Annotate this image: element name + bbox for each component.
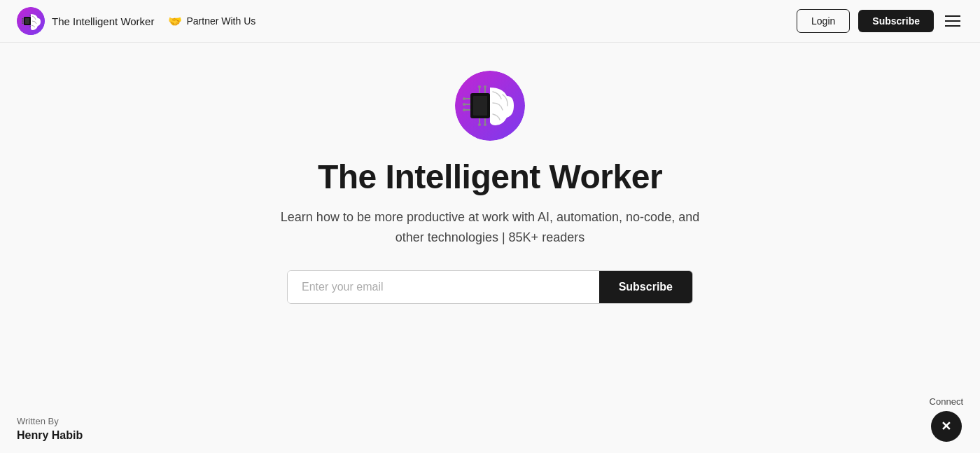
partner-label: Partner With Us bbox=[186, 15, 255, 27]
svg-point-23 bbox=[478, 85, 481, 88]
menu-line-3 bbox=[945, 25, 960, 27]
menu-line-1 bbox=[945, 15, 960, 17]
subscribe-form-button[interactable]: Subscribe bbox=[599, 271, 692, 303]
connect-area: Connect ✕ bbox=[930, 396, 963, 442]
hamburger-menu-button[interactable] bbox=[942, 13, 963, 29]
hero-subtitle: Learn how to be more productive at work … bbox=[266, 207, 714, 248]
connect-label: Connect bbox=[930, 396, 963, 407]
subscribe-form: Subscribe bbox=[287, 270, 693, 304]
brand-logo[interactable]: The Intelligent Worker bbox=[17, 7, 154, 35]
svg-point-19 bbox=[463, 103, 465, 106]
partner-emoji: 🤝 bbox=[168, 15, 182, 28]
svg-point-9 bbox=[22, 18, 23, 20]
main-content: The Intelligent Worker Learn how to be m… bbox=[0, 43, 980, 318]
svg-rect-14 bbox=[473, 96, 487, 116]
partner-link[interactable]: 🤝 Partner With Us bbox=[168, 15, 255, 28]
author-section: Written By Henry Habib bbox=[17, 416, 83, 442]
menu-line-2 bbox=[945, 20, 960, 22]
header-right: Login Subscribe bbox=[797, 9, 963, 33]
subscribe-nav-button[interactable]: Subscribe bbox=[858, 10, 934, 32]
header-left: The Intelligent Worker 🤝 Partner With Us bbox=[17, 7, 255, 35]
brand-name: The Intelligent Worker bbox=[52, 15, 154, 27]
svg-point-11 bbox=[22, 22, 23, 24]
site-footer: Written By Henry Habib Connect ✕ bbox=[0, 385, 980, 453]
svg-point-28 bbox=[484, 123, 486, 126]
svg-point-27 bbox=[478, 123, 481, 126]
hero-logo bbox=[455, 71, 525, 141]
login-button[interactable]: Login bbox=[797, 9, 850, 33]
svg-point-10 bbox=[22, 20, 23, 22]
svg-point-24 bbox=[484, 85, 486, 88]
svg-point-20 bbox=[463, 109, 465, 111]
svg-point-18 bbox=[463, 97, 465, 100]
brand-icon bbox=[17, 7, 45, 35]
site-header: The Intelligent Worker 🤝 Partner With Us… bbox=[0, 0, 980, 43]
written-by-label: Written By bbox=[17, 416, 83, 426]
hero-title: The Intelligent Worker bbox=[318, 158, 662, 196]
svg-rect-3 bbox=[25, 18, 29, 24]
connect-close-button[interactable]: ✕ bbox=[931, 411, 962, 442]
author-name: Henry Habib bbox=[17, 429, 83, 442]
email-input[interactable] bbox=[288, 271, 599, 303]
